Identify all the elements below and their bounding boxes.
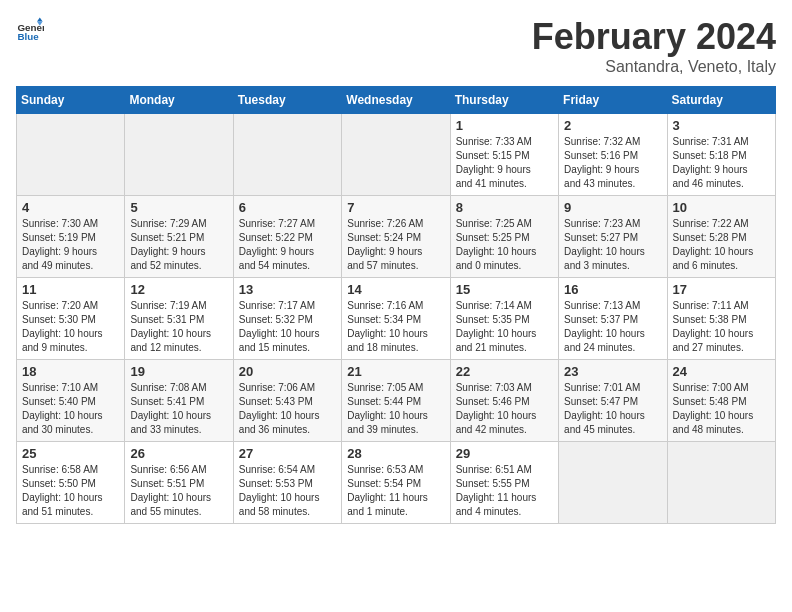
calendar-day-cell: 23Sunrise: 7:01 AM Sunset: 5:47 PM Dayli… [559,360,667,442]
svg-marker-2 [37,17,43,21]
calendar-day-cell: 14Sunrise: 7:16 AM Sunset: 5:34 PM Dayli… [342,278,450,360]
calendar-day-cell: 17Sunrise: 7:11 AM Sunset: 5:38 PM Dayli… [667,278,775,360]
day-number: 25 [22,446,119,461]
calendar-day-cell: 20Sunrise: 7:06 AM Sunset: 5:43 PM Dayli… [233,360,341,442]
calendar-header-cell: Thursday [450,87,558,114]
calendar-day-cell [125,114,233,196]
calendar-day-cell: 19Sunrise: 7:08 AM Sunset: 5:41 PM Dayli… [125,360,233,442]
day-number: 19 [130,364,227,379]
calendar-day-cell: 6Sunrise: 7:27 AM Sunset: 5:22 PM Daylig… [233,196,341,278]
day-number: 27 [239,446,336,461]
calendar-day-cell: 10Sunrise: 7:22 AM Sunset: 5:28 PM Dayli… [667,196,775,278]
header: General Blue February 2024 Santandra, Ve… [16,16,776,76]
day-number: 26 [130,446,227,461]
calendar-week-row: 11Sunrise: 7:20 AM Sunset: 5:30 PM Dayli… [17,278,776,360]
day-info: Sunrise: 7:06 AM Sunset: 5:43 PM Dayligh… [239,381,336,437]
calendar-table: SundayMondayTuesdayWednesdayThursdayFrid… [16,86,776,524]
calendar-day-cell [233,114,341,196]
calendar-day-cell: 29Sunrise: 6:51 AM Sunset: 5:55 PM Dayli… [450,442,558,524]
calendar-header-cell: Tuesday [233,87,341,114]
day-number: 29 [456,446,553,461]
day-info: Sunrise: 7:26 AM Sunset: 5:24 PM Dayligh… [347,217,444,273]
calendar-week-row: 1Sunrise: 7:33 AM Sunset: 5:15 PM Daylig… [17,114,776,196]
day-number: 18 [22,364,119,379]
calendar-day-cell: 22Sunrise: 7:03 AM Sunset: 5:46 PM Dayli… [450,360,558,442]
calendar-day-cell: 1Sunrise: 7:33 AM Sunset: 5:15 PM Daylig… [450,114,558,196]
day-number: 10 [673,200,770,215]
calendar-day-cell: 11Sunrise: 7:20 AM Sunset: 5:30 PM Dayli… [17,278,125,360]
day-number: 5 [130,200,227,215]
day-info: Sunrise: 7:05 AM Sunset: 5:44 PM Dayligh… [347,381,444,437]
day-info: Sunrise: 7:25 AM Sunset: 5:25 PM Dayligh… [456,217,553,273]
calendar-week-row: 4Sunrise: 7:30 AM Sunset: 5:19 PM Daylig… [17,196,776,278]
subtitle: Santandra, Veneto, Italy [532,58,776,76]
day-info: Sunrise: 7:00 AM Sunset: 5:48 PM Dayligh… [673,381,770,437]
day-info: Sunrise: 7:01 AM Sunset: 5:47 PM Dayligh… [564,381,661,437]
day-info: Sunrise: 7:11 AM Sunset: 5:38 PM Dayligh… [673,299,770,355]
day-info: Sunrise: 7:03 AM Sunset: 5:46 PM Dayligh… [456,381,553,437]
day-info: Sunrise: 7:10 AM Sunset: 5:40 PM Dayligh… [22,381,119,437]
day-info: Sunrise: 7:29 AM Sunset: 5:21 PM Dayligh… [130,217,227,273]
day-number: 24 [673,364,770,379]
calendar-day-cell: 5Sunrise: 7:29 AM Sunset: 5:21 PM Daylig… [125,196,233,278]
calendar-day-cell: 28Sunrise: 6:53 AM Sunset: 5:54 PM Dayli… [342,442,450,524]
day-info: Sunrise: 6:54 AM Sunset: 5:53 PM Dayligh… [239,463,336,519]
day-number: 23 [564,364,661,379]
day-number: 3 [673,118,770,133]
calendar-week-row: 18Sunrise: 7:10 AM Sunset: 5:40 PM Dayli… [17,360,776,442]
day-info: Sunrise: 7:17 AM Sunset: 5:32 PM Dayligh… [239,299,336,355]
calendar-day-cell: 27Sunrise: 6:54 AM Sunset: 5:53 PM Dayli… [233,442,341,524]
day-info: Sunrise: 6:58 AM Sunset: 5:50 PM Dayligh… [22,463,119,519]
day-info: Sunrise: 7:31 AM Sunset: 5:18 PM Dayligh… [673,135,770,191]
day-info: Sunrise: 7:22 AM Sunset: 5:28 PM Dayligh… [673,217,770,273]
day-info: Sunrise: 7:30 AM Sunset: 5:19 PM Dayligh… [22,217,119,273]
calendar-day-cell: 25Sunrise: 6:58 AM Sunset: 5:50 PM Dayli… [17,442,125,524]
day-number: 28 [347,446,444,461]
calendar-day-cell: 16Sunrise: 7:13 AM Sunset: 5:37 PM Dayli… [559,278,667,360]
day-number: 17 [673,282,770,297]
day-info: Sunrise: 7:27 AM Sunset: 5:22 PM Dayligh… [239,217,336,273]
day-info: Sunrise: 7:08 AM Sunset: 5:41 PM Dayligh… [130,381,227,437]
day-info: Sunrise: 7:32 AM Sunset: 5:16 PM Dayligh… [564,135,661,191]
calendar-header-cell: Wednesday [342,87,450,114]
calendar-day-cell [667,442,775,524]
day-info: Sunrise: 7:23 AM Sunset: 5:27 PM Dayligh… [564,217,661,273]
svg-text:Blue: Blue [17,31,39,42]
calendar-day-cell [17,114,125,196]
day-number: 16 [564,282,661,297]
day-info: Sunrise: 7:13 AM Sunset: 5:37 PM Dayligh… [564,299,661,355]
day-number: 15 [456,282,553,297]
calendar-day-cell [342,114,450,196]
calendar-day-cell: 24Sunrise: 7:00 AM Sunset: 5:48 PM Dayli… [667,360,775,442]
calendar-header-cell: Sunday [17,87,125,114]
calendar-day-cell: 2Sunrise: 7:32 AM Sunset: 5:16 PM Daylig… [559,114,667,196]
day-number: 12 [130,282,227,297]
day-number: 2 [564,118,661,133]
logo: General Blue [16,16,44,44]
day-info: Sunrise: 6:53 AM Sunset: 5:54 PM Dayligh… [347,463,444,519]
calendar-header-cell: Saturday [667,87,775,114]
calendar-body: 1Sunrise: 7:33 AM Sunset: 5:15 PM Daylig… [17,114,776,524]
calendar-header-cell: Monday [125,87,233,114]
calendar-day-cell: 8Sunrise: 7:25 AM Sunset: 5:25 PM Daylig… [450,196,558,278]
calendar-day-cell: 4Sunrise: 7:30 AM Sunset: 5:19 PM Daylig… [17,196,125,278]
day-number: 4 [22,200,119,215]
day-info: Sunrise: 7:16 AM Sunset: 5:34 PM Dayligh… [347,299,444,355]
calendar-day-cell: 18Sunrise: 7:10 AM Sunset: 5:40 PM Dayli… [17,360,125,442]
calendar-day-cell: 13Sunrise: 7:17 AM Sunset: 5:32 PM Dayli… [233,278,341,360]
title-area: February 2024 Santandra, Veneto, Italy [532,16,776,76]
day-info: Sunrise: 7:33 AM Sunset: 5:15 PM Dayligh… [456,135,553,191]
calendar-day-cell: 7Sunrise: 7:26 AM Sunset: 5:24 PM Daylig… [342,196,450,278]
day-info: Sunrise: 7:14 AM Sunset: 5:35 PM Dayligh… [456,299,553,355]
day-number: 8 [456,200,553,215]
calendar-header-cell: Friday [559,87,667,114]
day-number: 21 [347,364,444,379]
calendar-day-cell: 21Sunrise: 7:05 AM Sunset: 5:44 PM Dayli… [342,360,450,442]
day-number: 13 [239,282,336,297]
day-info: Sunrise: 7:19 AM Sunset: 5:31 PM Dayligh… [130,299,227,355]
day-number: 7 [347,200,444,215]
main-title: February 2024 [532,16,776,58]
calendar-day-cell: 26Sunrise: 6:56 AM Sunset: 5:51 PM Dayli… [125,442,233,524]
day-number: 14 [347,282,444,297]
calendar-day-cell: 12Sunrise: 7:19 AM Sunset: 5:31 PM Dayli… [125,278,233,360]
